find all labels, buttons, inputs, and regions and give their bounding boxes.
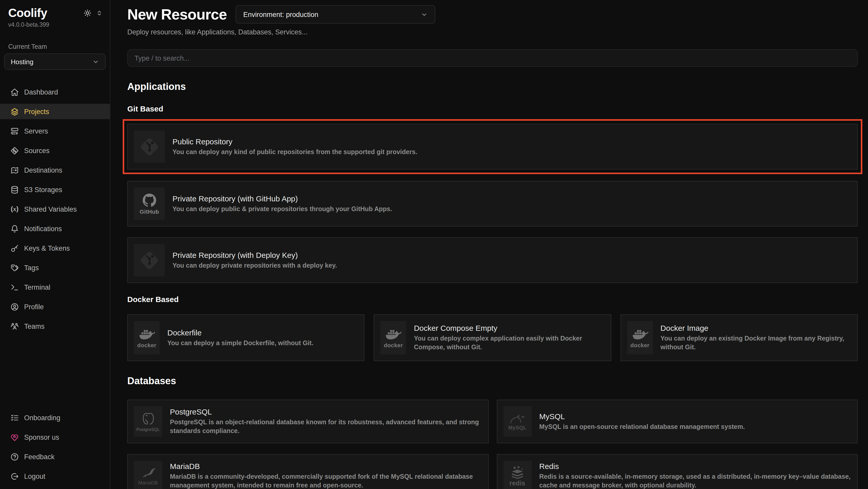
- card-description: Redis is a source-available, in-memory s…: [539, 472, 851, 489]
- sidebar-item-label: Teams: [24, 322, 45, 330]
- card-body: PostgreSQLPostgreSQL is an object-relati…: [170, 406, 482, 437]
- sidebar-item-label: Keys & Tokens: [24, 244, 70, 252]
- sidebar-item-label: Terminal: [24, 283, 50, 291]
- sidebar-item-label: Sponsor us: [24, 433, 59, 441]
- sidebar-item-logout[interactable]: Logout: [0, 468, 110, 484]
- sidebar: Coolify v4.0.0-beta.399 Current Team Hos…: [0, 0, 111, 489]
- sidebar-item-label: Logout: [24, 472, 45, 480]
- sidebar-item-projects[interactable]: Projects: [0, 104, 110, 119]
- layers-icon: [10, 107, 19, 116]
- mysql-icon: MySQL: [503, 406, 531, 437]
- server-icon: [10, 126, 19, 135]
- resource-card-redis[interactable]: redisRedisRedis is a source-available, i…: [497, 454, 858, 489]
- card-description: MySQL is an open-source relational datab…: [539, 423, 745, 431]
- github-icon: GitHub: [134, 188, 165, 220]
- sidebar-item-shared-variables[interactable]: (x)Shared Variables: [0, 201, 110, 217]
- database-icon: [10, 185, 19, 194]
- card-body: MariaDBMariaDB is a community-developed,…: [170, 461, 482, 489]
- card-body: Private Repository (with Deploy Key)You …: [173, 244, 337, 276]
- environment-select[interactable]: Environment: production: [236, 5, 435, 24]
- sidebar-item-terminal[interactable]: Terminal: [0, 280, 110, 295]
- sidebar-item-label: Projects: [24, 108, 49, 115]
- sidebar-item-destinations[interactable]: Destinations: [0, 162, 110, 178]
- resource-card-private-repository-with-deploy-key[interactable]: Private Repository (with Deploy Key)You …: [127, 237, 858, 283]
- app-logo[interactable]: Coolify: [8, 6, 47, 20]
- card-title: Redis: [539, 462, 851, 470]
- sidebar-item-notifications[interactable]: Notifications: [0, 221, 110, 236]
- sidebar-item-teams[interactable]: Teams: [0, 318, 110, 334]
- theme-controls: [84, 9, 103, 17]
- sun-icon[interactable]: [84, 9, 91, 17]
- key-icon: [10, 244, 19, 253]
- current-team-label: Current Team: [8, 43, 102, 50]
- resource-card-private-repository-with-github-app[interactable]: GitHubPrivate Repository (with GitHub Ap…: [127, 181, 858, 227]
- page-header: New Resource Environment: production: [127, 5, 858, 24]
- sidebar-item-feedback[interactable]: Feedback: [0, 449, 110, 464]
- team-select[interactable]: Hosting: [4, 53, 106, 70]
- sidebar-item-onboarding[interactable]: Onboarding: [0, 410, 110, 425]
- sidebar-item-sources[interactable]: Sources: [0, 143, 110, 158]
- card-title: Public Repository: [173, 137, 417, 146]
- sidebar-item-label: Destinations: [24, 166, 62, 174]
- main-content: New Resource Environment: production Dep…: [111, 0, 868, 489]
- sidebar-item-s3-storages[interactable]: S3 Storages: [0, 182, 110, 197]
- section-title-applications: Applications: [127, 81, 858, 92]
- resource-card-dockerfile[interactable]: dockerDockerfileYou can deploy a simple …: [127, 314, 365, 361]
- card-body: DockerfileYou can deploy a simple Docker…: [167, 321, 313, 354]
- team-select-value: Hosting: [11, 58, 33, 65]
- logout-icon: [10, 472, 19, 481]
- resource-card-public-repository[interactable]: Public RepositoryYou can deploy any kind…: [127, 124, 858, 170]
- theme-select-unfold-icon[interactable]: [96, 9, 103, 16]
- card-body: Docker Compose EmptyYou can deploy compl…: [414, 321, 605, 354]
- docker-icon: docker: [627, 321, 653, 354]
- sidebar-item-label: S3 Storages: [24, 186, 62, 193]
- sidebar-item-label: Sources: [24, 147, 50, 154]
- card-title: Private Repository (with Deploy Key): [173, 251, 337, 259]
- card-description: You can deploy private repositories with…: [173, 261, 337, 270]
- card-title: MariaDB: [170, 462, 482, 470]
- sidebar-item-servers[interactable]: Servers: [0, 123, 110, 139]
- git-branch-icon: [10, 146, 19, 155]
- subsection-title-docker-based: Docker Based: [127, 295, 858, 304]
- docker-based-cards: dockerDockerfileYou can deploy a simple …: [127, 314, 858, 361]
- chevron-down-icon: [92, 58, 99, 65]
- sidebar-item-tags[interactable]: Tags: [0, 260, 110, 275]
- card-description: You can deploy a simple Dockerfile, with…: [167, 339, 313, 347]
- search-input[interactable]: [127, 49, 858, 67]
- sidebar-item-label: Notifications: [24, 225, 62, 232]
- variables-icon: (x): [10, 205, 19, 213]
- redis-icon: redis: [503, 461, 531, 489]
- sidebar-item-keys-tokens[interactable]: Keys & Tokens: [0, 240, 110, 256]
- sidebar-item-label: Profile: [24, 303, 44, 311]
- sidebar-item-dashboard[interactable]: Dashboard: [0, 84, 110, 99]
- logo-wordmark: redis: [509, 480, 525, 487]
- resource-card-postgresql[interactable]: PostgreSQLPostgreSQLPostgreSQL is an obj…: [127, 400, 488, 443]
- resource-card-docker-compose-empty[interactable]: dockerDocker Compose EmptyYou can deploy…: [374, 314, 611, 361]
- resource-card-mysql[interactable]: MySQLMySQLMySQL is an open-source relati…: [497, 400, 858, 443]
- card-body: Public RepositoryYou can deploy any kind…: [173, 131, 417, 163]
- git-icon: [134, 131, 165, 163]
- card-title: Docker Compose Empty: [414, 324, 605, 332]
- subsection-title-git-based: Git Based: [127, 104, 858, 113]
- sidebar-item-label: Feedback: [24, 453, 55, 460]
- card-title: Docker Image: [660, 324, 851, 332]
- sidebar-header: Coolify: [0, 5, 110, 21]
- sidebar-item-sponsor-us[interactable]: Sponsor us: [0, 429, 110, 445]
- card-description: You can deploy an existing Docker Image …: [660, 335, 851, 352]
- card-title: MySQL: [539, 412, 745, 421]
- resource-card-docker-image[interactable]: dockerDocker ImageYou can deploy an exis…: [620, 314, 858, 361]
- mariadb-icon: MariaDB: [134, 461, 162, 489]
- card-description: You can deploy complex application easil…: [414, 335, 605, 352]
- postgresql-icon: PostgreSQL: [134, 406, 162, 437]
- logo-wordmark: PostgreSQL: [136, 428, 160, 432]
- docker-icon: docker: [381, 321, 406, 354]
- help-circle-icon: [10, 452, 19, 461]
- users-icon: [10, 322, 19, 330]
- resource-card-mariadb[interactable]: MariaDBMariaDBMariaDB is a community-dev…: [127, 454, 488, 489]
- card-body: MySQLMySQL is an open-source relational …: [539, 406, 745, 437]
- home-icon: [10, 88, 19, 96]
- card-body: RedisRedis is a source-available, in-mem…: [539, 461, 851, 489]
- sidebar-item-label: Servers: [24, 127, 48, 135]
- sidebar-item-label: Dashboard: [24, 88, 58, 96]
- sidebar-item-profile[interactable]: Profile: [0, 299, 110, 314]
